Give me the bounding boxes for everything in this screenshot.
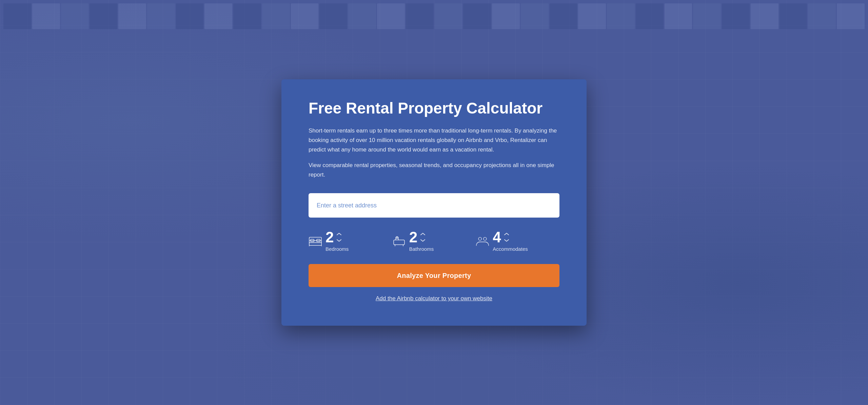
add-link-wrap: Add the Airbnb calculator to your own we… [309, 295, 559, 302]
page-wrapper: Free Rental Property Calculator Short-te… [0, 0, 868, 405]
bed-icon [309, 234, 322, 248]
bedrooms-label: Bedrooms [326, 246, 349, 252]
card-description-1: Short-term rentals earn up to three time… [309, 126, 559, 155]
accommodates-spinner [503, 232, 510, 243]
svg-point-5 [479, 237, 482, 240]
bedrooms-decrement[interactable] [336, 238, 342, 243]
bedrooms-spinner [336, 232, 342, 243]
svg-rect-0 [309, 241, 321, 245]
bathrooms-spinner [419, 232, 426, 243]
add-calculator-link[interactable]: Add the Airbnb calculator to your own we… [376, 295, 492, 302]
analyze-button[interactable]: Analyze Your Property [309, 264, 559, 287]
accommodates-inner: 4 [493, 230, 510, 245]
bedrooms-increment[interactable] [336, 232, 342, 237]
accommodates-value: 4 [493, 230, 501, 245]
accommodates-control: 4 Accommodates [476, 230, 559, 252]
address-input[interactable] [309, 193, 559, 218]
bath-icon [392, 234, 406, 248]
accommodates-decrement[interactable] [503, 238, 510, 243]
card-title: Free Rental Property Calculator [309, 100, 559, 117]
accommodates-label: Accommodates [493, 246, 528, 252]
accommodates-number-wrap: 4 Accommodates [493, 230, 528, 252]
calculator-card: Free Rental Property Calculator Short-te… [281, 79, 587, 326]
bedrooms-control: 2 Bedrooms [309, 230, 392, 252]
svg-point-6 [484, 237, 487, 240]
bedrooms-inner: 2 [326, 230, 342, 245]
accommodates-increment[interactable] [503, 232, 510, 237]
controls-row: 2 Bedrooms [309, 230, 559, 252]
bathrooms-label: Bathrooms [409, 246, 434, 252]
people-icon [476, 234, 489, 248]
bathrooms-inner: 2 [409, 230, 426, 245]
bedrooms-number-wrap: 2 Bedrooms [326, 230, 349, 252]
svg-point-4 [396, 237, 398, 239]
bathrooms-number-wrap: 2 Bathrooms [409, 230, 434, 252]
bathrooms-value: 2 [409, 230, 417, 245]
svg-rect-3 [394, 240, 405, 245]
card-description-2: View comparable rental properties, seaso… [309, 161, 559, 180]
bedrooms-value: 2 [326, 230, 334, 245]
bathrooms-control: 2 Bathrooms [392, 230, 476, 252]
bathrooms-increment[interactable] [419, 232, 426, 237]
bathrooms-decrement[interactable] [419, 238, 426, 243]
